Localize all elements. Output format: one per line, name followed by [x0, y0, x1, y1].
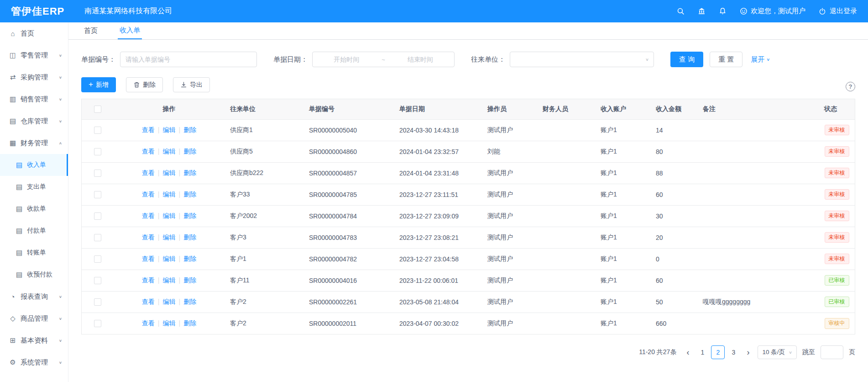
date-end-input[interactable] — [390, 56, 450, 63]
partner-cell: 客户3 — [225, 227, 303, 248]
delete-link[interactable]: 删除 — [183, 169, 196, 176]
search-button[interactable]: 查 询 — [670, 52, 703, 67]
view-link[interactable]: 查看 — [142, 319, 155, 327]
remark-cell: 嘎嘎嘎gggggggg — [697, 291, 819, 313]
page-button[interactable]: 2 — [711, 345, 725, 359]
delete-link[interactable]: 删除 — [183, 212, 196, 219]
sidebar-subitem[interactable]: ▤收入单 — [0, 154, 68, 176]
jump-prefix-label: 跳至 — [802, 348, 815, 356]
next-page-icon[interactable]: › — [744, 348, 752, 356]
sidebar-item[interactable]: ◫零售管理∨ — [0, 44, 68, 66]
edit-link[interactable]: 编辑 — [163, 169, 176, 176]
view-link[interactable]: 查看 — [142, 233, 155, 241]
jump-suffix-label: 页 — [849, 348, 855, 356]
sidebar-item[interactable]: ◔报表查询∨ — [0, 286, 68, 308]
edit-link[interactable]: 编辑 — [163, 148, 176, 155]
sidebar-item[interactable]: ⌂首页 — [0, 22, 68, 44]
view-link[interactable]: 查看 — [142, 212, 155, 219]
page-size-select[interactable]: 10 条/页 ∨ — [758, 345, 797, 359]
chevron-down-icon: ∨ — [59, 75, 62, 80]
row-checkbox[interactable] — [94, 298, 101, 306]
bill-no-input[interactable] — [120, 52, 257, 67]
trash-icon — [133, 81, 140, 88]
row-checkbox[interactable] — [94, 148, 101, 155]
view-link[interactable]: 查看 — [142, 298, 155, 305]
partner-select[interactable]: ∨ — [510, 52, 654, 67]
sidebar-subitem[interactable]: ▤收预付款 — [0, 264, 68, 286]
home-icon: ⌂ — [9, 30, 16, 37]
sidebar-item[interactable]: ▦财务管理∧ — [0, 132, 68, 154]
date-range-picker[interactable]: ~ — [312, 52, 455, 67]
sidebar-item[interactable]: ▥销售管理∨ — [0, 88, 68, 110]
date-start-input[interactable] — [316, 56, 376, 63]
delete-link[interactable]: 删除 — [183, 233, 196, 241]
edit-link[interactable]: 编辑 — [163, 255, 176, 262]
sidebar-item[interactable]: ▤仓库管理∨ — [0, 110, 68, 132]
row-checkbox[interactable] — [94, 320, 101, 327]
edit-link[interactable]: 编辑 — [163, 126, 176, 133]
row-checkbox[interactable] — [94, 170, 101, 177]
status-badge: 已审核 — [825, 275, 849, 286]
view-link[interactable]: 查看 — [142, 191, 155, 198]
sidebar-item[interactable]: ⚙系统管理∨ — [0, 351, 68, 373]
logout-icon — [818, 7, 826, 16]
select-all-checkbox[interactable] — [94, 106, 101, 113]
row-checkbox[interactable] — [94, 234, 101, 241]
expand-filters-link[interactable]: 展开 ∨ — [751, 55, 770, 64]
export-button[interactable]: 导出 — [173, 77, 210, 92]
edit-link[interactable]: 编辑 — [163, 212, 176, 219]
chevron-down-icon: ∨ — [59, 317, 62, 321]
delete-link[interactable]: 删除 — [183, 255, 196, 262]
edit-link[interactable]: 编辑 — [163, 298, 176, 305]
jump-page-input[interactable] — [821, 345, 843, 359]
sidebar-subitem[interactable]: ▤支出单 — [0, 176, 68, 198]
view-link[interactable]: 查看 — [142, 276, 155, 284]
page-button[interactable]: 3 — [727, 345, 740, 359]
edit-link[interactable]: 编辑 — [163, 233, 176, 241]
sidebar-item[interactable]: ⇄采购管理∨ — [0, 66, 68, 88]
delete-link[interactable]: 删除 — [183, 276, 196, 284]
home-bank-icon[interactable] — [697, 7, 706, 16]
view-link[interactable]: 查看 — [142, 255, 155, 262]
bill-date-cell: 2024-03-30 14:43:18 — [394, 119, 482, 141]
bell-icon[interactable] — [718, 7, 727, 16]
reset-button[interactable]: 重 置 — [710, 52, 743, 67]
sidebar-subitem[interactable]: ▤付款单 — [0, 220, 68, 242]
search-icon[interactable] — [676, 7, 685, 16]
amount-cell: 60 — [650, 270, 697, 291]
sidebar-subitem[interactable]: ▤转账单 — [0, 242, 68, 264]
delete-link[interactable]: 删除 — [183, 298, 196, 305]
row-checkbox[interactable] — [94, 255, 101, 263]
status-badge: 已审核 — [825, 297, 849, 308]
delete-button[interactable]: 删除 — [126, 77, 163, 92]
partner-cell: 客户2 — [225, 291, 303, 313]
edit-link[interactable]: 编辑 — [163, 191, 176, 198]
tab-income-bill[interactable]: 收入单 — [118, 22, 142, 39]
sidebar-subitem[interactable]: ▤收款单 — [0, 198, 68, 220]
sidebar-item[interactable]: ◇商品管理∨ — [0, 308, 68, 329]
view-link[interactable]: 查看 — [142, 169, 155, 176]
page-button[interactable]: 1 — [695, 345, 709, 359]
row-checkbox[interactable] — [94, 212, 101, 220]
sidebar-item[interactable]: ⊞基本资料∨ — [0, 329, 68, 351]
row-checkbox[interactable] — [94, 191, 101, 198]
edit-link[interactable]: 编辑 — [163, 319, 176, 327]
bill-date-cell: 2023-12-27 23:11:51 — [394, 184, 482, 205]
delete-link[interactable]: 删除 — [183, 191, 196, 198]
amount-cell: 60 — [650, 184, 697, 205]
delete-link[interactable]: 删除 — [183, 126, 196, 133]
row-checkbox[interactable] — [94, 127, 101, 134]
view-link[interactable]: 查看 — [142, 126, 155, 133]
add-button[interactable]: + 新增 — [81, 77, 116, 92]
tab-home[interactable]: 首页 — [82, 22, 99, 39]
delete-link[interactable]: 删除 — [183, 148, 196, 155]
delete-link[interactable]: 删除 — [183, 319, 196, 327]
view-link[interactable]: 查看 — [142, 148, 155, 155]
row-checkbox[interactable] — [94, 277, 101, 284]
partner-cell: 客户11 — [225, 270, 303, 291]
user-welcome[interactable]: 欢迎您，测试用户 — [739, 7, 805, 16]
prev-page-icon[interactable]: ‹ — [684, 348, 692, 356]
logout-button[interactable]: 退出登录 — [818, 7, 857, 16]
help-icon[interactable]: ? — [846, 82, 855, 91]
edit-link[interactable]: 编辑 — [163, 276, 176, 284]
